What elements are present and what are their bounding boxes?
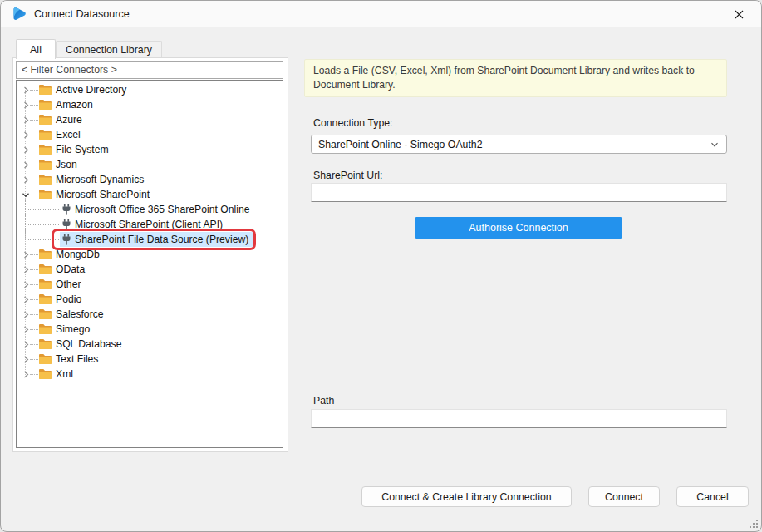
folder-icon (38, 368, 52, 380)
chevron-right-icon[interactable] (22, 144, 30, 155)
chevron-right-icon[interactable] (22, 368, 30, 380)
tree-dotted-stub (30, 269, 38, 270)
folder-icon (38, 249, 52, 260)
tree-item-label: SQL Database (56, 338, 122, 350)
chevron-right-icon[interactable] (22, 308, 30, 320)
tree-item-label: Other (56, 278, 81, 290)
tree-item[interactable]: File System (17, 142, 283, 157)
tree-item[interactable]: Json (17, 157, 283, 172)
tree-dotted-stub (30, 359, 38, 360)
tree-item[interactable]: Microsoft SharePoint (17, 187, 283, 202)
connection-type-label: Connection Type: (313, 117, 392, 129)
tree-item[interactable]: Azure (17, 112, 283, 127)
tree-item-label: Excel (56, 129, 81, 140)
tree-dotted-stub (30, 329, 38, 330)
folder-icon (38, 338, 52, 350)
tree-item-label: Text Files (56, 353, 98, 365)
chevron-right-icon[interactable] (22, 99, 30, 111)
folder-icon (38, 144, 52, 155)
tree-item[interactable]: OData (17, 262, 283, 277)
cancel-button[interactable]: Cancel (676, 486, 749, 507)
folder-icon (38, 189, 52, 200)
tree-item[interactable]: Microsoft Dynamics (17, 172, 283, 187)
tab-connection-library[interactable]: Connection Library (56, 41, 162, 57)
tree-item-label: OData (56, 264, 85, 275)
folder-icon (38, 323, 52, 335)
tree-item-label: MongoDb (56, 249, 100, 260)
tree-item[interactable]: Active Directory (17, 82, 283, 97)
authorise-connection-button[interactable]: Authorise Connection (415, 217, 622, 239)
connect-create-library-button[interactable]: Connect & Create Library Connection (361, 486, 572, 507)
chevron-right-icon[interactable] (22, 338, 30, 350)
chevron-right-icon[interactable] (22, 249, 30, 260)
tree-dotted-stub (30, 254, 38, 255)
chevron-down-icon[interactable] (22, 189, 30, 200)
connector-description: Loads a File (CSV, Excel, Xml) from Shar… (304, 59, 727, 97)
connection-type-select[interactable]: SharePoint Online - Simego OAuth2 (311, 135, 727, 154)
tree-dotted-stub (30, 195, 38, 195)
tree-item[interactable]: Other (17, 277, 283, 292)
tree-item[interactable]: Simego (17, 322, 283, 337)
chevron-right-icon[interactable] (22, 114, 30, 126)
tree-item-label: File System (56, 144, 109, 155)
chevron-right-icon[interactable] (22, 353, 30, 365)
chevron-right-icon[interactable] (22, 323, 30, 335)
chevron-right-icon[interactable] (22, 293, 30, 305)
tree-item-label: Json (56, 159, 77, 170)
plug-icon (61, 234, 71, 245)
tree-item[interactable]: Microsoft SharePoint (Client API) (17, 217, 283, 232)
tree-item[interactable]: Amazon (17, 97, 283, 112)
path-label: Path (313, 395, 334, 406)
sharepoint-url-label: SharePoint Url: (313, 170, 382, 181)
chevron-right-icon[interactable] (22, 84, 30, 96)
tree-item-label: Podio (56, 293, 81, 305)
tree-dotted-stub (30, 135, 38, 135)
tree-dotted-stub (30, 284, 38, 285)
chevron-right-icon[interactable] (22, 159, 30, 170)
folder-icon (38, 308, 52, 320)
filter-connectors-input[interactable] (16, 61, 283, 79)
tree-item[interactable]: Text Files (17, 352, 283, 367)
tree-item[interactable]: Excel (17, 127, 283, 142)
chevron-right-icon[interactable] (22, 278, 30, 290)
sharepoint-url-input[interactable] (311, 183, 727, 202)
connect-button[interactable]: Connect (588, 486, 660, 507)
tree-item-content[interactable]: Microsoft Office 365 SharePoint Online (60, 202, 253, 217)
tree-item[interactable]: Podio (17, 292, 283, 307)
tree-item-content[interactable]: Microsoft SharePoint (Client API) (60, 217, 227, 232)
app-logo-icon (11, 7, 27, 22)
folder-icon (38, 174, 52, 185)
tree-item[interactable]: Salesforce (17, 307, 283, 322)
folder-icon (38, 278, 52, 290)
chevron-right-icon[interactable] (22, 174, 30, 185)
connector-tree[interactable]: Active DirectoryAmazonAzureExcelFile Sys… (16, 80, 283, 448)
close-button[interactable] (723, 2, 755, 26)
tree-item[interactable]: MongoDb (17, 247, 283, 262)
tree-item-label: Salesforce (56, 308, 104, 320)
tree-dotted-stub (30, 180, 38, 180)
path-input[interactable] (311, 409, 727, 428)
tree-dotted-stub (30, 374, 38, 375)
tree-item-selected[interactable]: SharePoint File Data Source (Preview) (60, 232, 253, 247)
tree-item-label: Microsoft Dynamics (56, 174, 144, 185)
close-icon (734, 9, 745, 20)
connection-type-value: SharePoint Online - Simego OAuth2 (318, 139, 710, 150)
tab-all[interactable]: All (16, 39, 56, 59)
tree-item[interactable]: Microsoft Office 365 SharePoint Online (17, 202, 283, 217)
folder-icon (38, 353, 52, 365)
tree-connector-line (25, 232, 60, 247)
tree-item[interactable]: SharePoint File Data Source (Preview) (17, 232, 283, 247)
chevron-right-icon[interactable] (22, 129, 30, 140)
chevron-down-icon (710, 140, 720, 150)
tree-item-label: Active Directory (56, 84, 126, 96)
tree-dotted-stub (30, 105, 38, 106)
tree-dotted-stub (30, 90, 38, 91)
folder-icon (38, 99, 52, 111)
tree-item[interactable]: SQL Database (17, 337, 283, 352)
resize-grip[interactable] (750, 520, 759, 529)
folder-icon (38, 84, 52, 96)
tree-item-label: Microsoft SharePoint (Client API) (75, 219, 223, 230)
tree-item-label: Simego (56, 323, 90, 335)
chevron-right-icon[interactable] (22, 264, 30, 275)
tree-item[interactable]: Xml (17, 367, 283, 382)
